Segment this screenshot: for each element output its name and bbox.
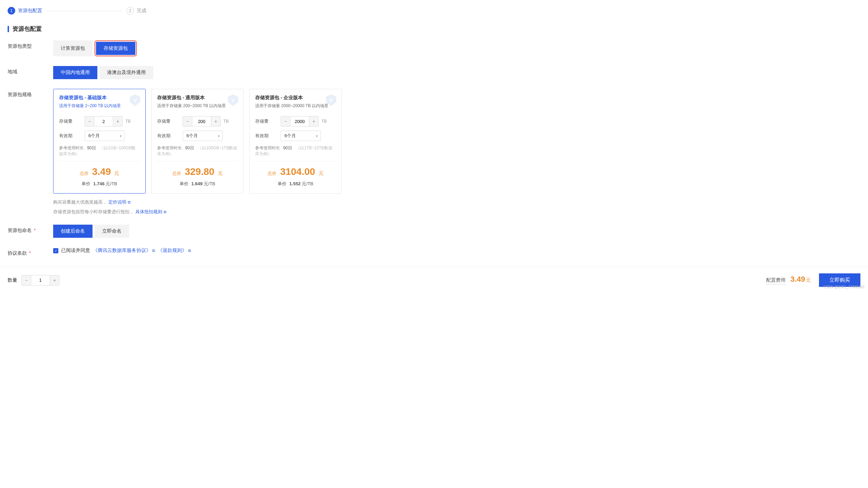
steps-indicator: 1 资源包配置 2 完成	[8, 7, 860, 15]
unit-price-value: 1.552	[289, 181, 301, 186]
stepper-plus-button[interactable]: +	[50, 275, 59, 285]
unit-price-label: 单价	[278, 181, 287, 186]
chevron-down-icon: ▾	[218, 134, 220, 138]
agree-text: 已阅读并同意	[61, 247, 90, 254]
chevron-down-icon: ▾	[120, 134, 122, 138]
card-divider	[156, 161, 239, 161]
quantity-stepper[interactable]: − +	[21, 275, 59, 285]
stepper-plus-button[interactable]: +	[309, 116, 318, 126]
hint-text: 存储资源包按照每小时存储量进行抵扣，	[53, 209, 134, 214]
stepper-minus-button[interactable]: −	[183, 116, 192, 126]
type-storage-button[interactable]: 存储资源包	[96, 42, 135, 55]
pricing-link[interactable]: 定价说明⧉	[108, 199, 131, 205]
ref-value: 90日	[87, 146, 96, 150]
hint-text: 购买容量越大优惠度越高，	[53, 199, 107, 205]
spec-card-basic[interactable]: 存储资源包 - 基础版本 适用于存储量 2~200 TB 以内场景 V 存储量 …	[53, 89, 146, 194]
ref-label: 参考使用时长	[255, 146, 280, 150]
step-2-number: 2	[126, 7, 134, 15]
stepper-minus-button[interactable]: −	[22, 275, 31, 285]
card-divider	[58, 161, 141, 161]
naming-after-button[interactable]: 创建后命名	[53, 225, 93, 238]
spec-label: 资源包规格	[8, 89, 53, 98]
naming-now-button[interactable]: 立即命名	[95, 225, 129, 238]
stepper-plus-button[interactable]: +	[211, 116, 220, 126]
storage-unit: TB	[321, 119, 327, 124]
refund-policy-link[interactable]: 《退款规则》⧉	[158, 247, 191, 254]
spec-card-general[interactable]: 存储资源包 - 通用版本 适用于存储量 200~2000 TB 以内场景 V 存…	[151, 89, 244, 194]
period-value: 6个月	[88, 133, 100, 139]
card-title: 存储资源包 - 企业版本	[255, 95, 336, 101]
ref-value: 90日	[283, 146, 292, 150]
unit-price-suffix: 元/TB	[106, 181, 117, 186]
ref-label: 参考使用时长	[59, 146, 84, 150]
watermark: CSDN @2301_77888392	[823, 285, 865, 289]
storage-input[interactable]	[290, 116, 309, 126]
card-subtitle: 适用于存储量 2~200 TB 以内场景	[59, 103, 140, 109]
quantity-input[interactable]	[31, 275, 50, 285]
chevron-down-icon: ▾	[316, 134, 318, 138]
type-storage-highlight: 存储资源包	[95, 40, 137, 56]
step-divider	[46, 11, 122, 11]
spec-card-enterprise[interactable]: 存储资源包 - 企业版本 适用于存储量 2000~20000 TB 以内场景 V…	[249, 89, 342, 194]
period-select[interactable]: 6个月 ▾	[183, 131, 223, 141]
total-value: 329.80	[185, 166, 214, 177]
step-2-label: 完成	[137, 8, 146, 14]
total-value: 3.49	[92, 166, 111, 177]
external-link-icon: ⧉	[188, 248, 191, 253]
unit-price-label: 单价	[180, 181, 189, 186]
storage-stepper[interactable]: − +	[85, 116, 123, 126]
service-agreement-link[interactable]: 《腾讯云数据库服务协议》⧉	[93, 247, 155, 254]
total-unit: 元	[114, 170, 119, 177]
storage-label: 存储量	[255, 118, 281, 124]
section-heading: 资源包配置	[8, 25, 860, 33]
deduction-hint: 存储资源包按照每小时存储量进行抵扣， 具体抵扣规则⧉	[53, 209, 860, 215]
unit-price-suffix: 元/TB	[302, 181, 313, 186]
total-label: 总价	[172, 170, 181, 177]
period-value: 6个月	[284, 133, 296, 139]
card-title: 存储资源包 - 通用版本	[157, 95, 238, 101]
unit-price-value: 1.746	[93, 181, 105, 186]
shield-icon: V	[226, 93, 240, 107]
storage-label: 存储量	[157, 118, 183, 124]
step-1[interactable]: 1 资源包配置	[8, 7, 42, 15]
type-compute-button[interactable]: 计算资源包	[53, 40, 93, 56]
period-select[interactable]: 6个月 ▾	[281, 131, 321, 141]
resource-type-label: 资源包类型	[8, 40, 53, 49]
period-select[interactable]: 6个月 ▾	[85, 131, 125, 141]
stepper-minus-button[interactable]: −	[281, 116, 290, 126]
stepper-minus-button[interactable]: −	[85, 116, 94, 126]
card-title: 存储资源包 - 基础版本	[59, 95, 140, 101]
card-subtitle: 适用于存储量 2000~20000 TB 以内场景	[255, 103, 336, 109]
total-label: 总价	[268, 170, 277, 177]
storage-input[interactable]	[94, 116, 113, 126]
pricing-hint: 购买容量越大优惠度越高， 定价说明⧉	[53, 199, 860, 205]
naming-label: 资源包命名 *	[8, 225, 53, 234]
stepper-plus-button[interactable]: +	[113, 116, 122, 126]
storage-input[interactable]	[192, 116, 211, 126]
agree-checkbox[interactable]: ✓	[53, 248, 58, 253]
external-link-icon: ⧉	[128, 200, 131, 205]
storage-stepper[interactable]: − +	[183, 116, 221, 126]
period-label: 有效期	[157, 133, 183, 139]
storage-unit: TB	[223, 119, 229, 124]
cost-value: 3.49	[790, 275, 805, 283]
storage-stepper[interactable]: − +	[281, 116, 319, 126]
region-mainland-button[interactable]: 中国内地通用	[53, 66, 97, 79]
step-1-number: 1	[8, 7, 15, 15]
region-overseas-button[interactable]: 港澳台及境外通用	[99, 66, 153, 79]
deduction-link[interactable]: 具体抵扣规则⧉	[135, 209, 166, 214]
total-label: 总价	[80, 170, 89, 177]
card-subtitle: 适用于存储量 200~2000 TB 以内场景	[157, 103, 238, 109]
unit-price-suffix: 元/TB	[204, 181, 215, 186]
heading-accent-bar	[8, 26, 9, 32]
cost-label: 配置费用	[766, 277, 785, 284]
period-value: 6个月	[186, 133, 198, 139]
total-unit: 元	[319, 170, 324, 177]
card-divider	[254, 161, 337, 161]
quantity-label: 数量	[8, 277, 17, 283]
step-2: 2 完成	[126, 7, 146, 15]
unit-price-value: 1.649	[191, 181, 203, 186]
storage-label: 存储量	[59, 118, 85, 124]
period-label: 有效期	[59, 133, 85, 139]
external-link-icon: ⧉	[164, 210, 166, 214]
